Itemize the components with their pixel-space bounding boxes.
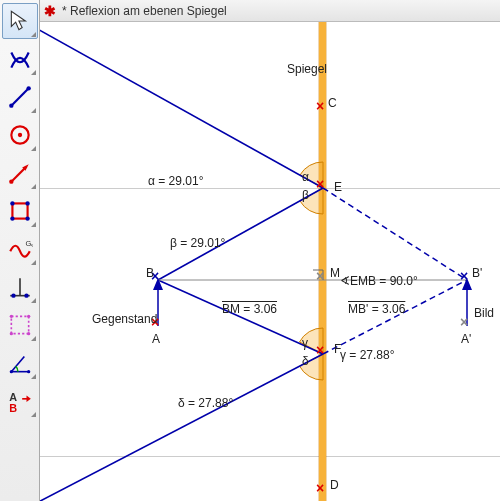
svg-point-25 <box>9 370 12 373</box>
svg-point-12 <box>25 216 29 220</box>
tool-polygon[interactable] <box>2 193 38 229</box>
svg-rect-8 <box>12 203 27 218</box>
ray-incoming-2 <box>40 354 323 501</box>
svg-point-20 <box>27 315 30 318</box>
svg-line-0 <box>11 88 28 105</box>
point-D[interactable]: × <box>318 487 328 497</box>
label-E: E <box>334 180 342 194</box>
tool-locus[interactable]: Gₑ <box>2 231 38 267</box>
label-gamma: γ = 27.88° <box>340 348 395 362</box>
tool-segment[interactable] <box>2 79 38 115</box>
label-beta: β = 29.01° <box>170 236 225 250</box>
axis-line-1 <box>40 188 500 189</box>
tool-circle[interactable] <box>2 117 38 153</box>
label-beta-sym: β <box>302 188 309 202</box>
drawing-canvas[interactable]: × × × × × × × × × Spiegel C E M F D B A … <box>40 22 500 501</box>
svg-point-10 <box>25 201 29 205</box>
window-title: * Reflexion am ebenen Spiegel <box>62 4 227 18</box>
label-gegenstand: Gegenstand <box>92 312 157 326</box>
ray-E-Bp <box>323 188 467 280</box>
label-spiegel: Spiegel <box>287 62 327 76</box>
label-bm: BM = 3.06 <box>222 302 277 316</box>
mirror-line[interactable] <box>319 22 326 501</box>
point-Bp[interactable]: × <box>462 275 472 285</box>
point-B[interactable]: × <box>153 275 163 285</box>
tool-perpendicular[interactable] <box>2 269 38 305</box>
tool-intersect[interactable] <box>2 41 38 77</box>
label-mbp: MB' = 3.06 <box>348 302 405 316</box>
tool-reflect[interactable]: AB <box>2 383 38 419</box>
svg-point-19 <box>9 315 12 318</box>
label-B: B <box>146 266 154 280</box>
svg-rect-18 <box>11 316 28 333</box>
ray-F-Bp <box>323 280 467 354</box>
label-delta: δ = 27.88° <box>178 396 233 410</box>
point-C[interactable]: × <box>318 105 328 115</box>
point-M[interactable]: × <box>318 275 328 285</box>
label-D: D <box>330 478 339 492</box>
label-alpha: α = 29.01° <box>148 174 203 188</box>
construction-overlay <box>40 22 500 501</box>
ray-B-F <box>158 280 323 354</box>
point-E[interactable]: × <box>318 183 328 193</box>
svg-point-11 <box>10 216 14 220</box>
title-bar: ✱ * Reflexion am ebenen Spiegel <box>40 0 500 22</box>
label-Ap: A' <box>461 332 471 346</box>
svg-point-17 <box>24 294 28 298</box>
point-F[interactable]: × <box>318 349 328 359</box>
svg-marker-30 <box>26 396 30 403</box>
tool-move[interactable] <box>2 3 38 39</box>
tool-angle[interactable] <box>2 345 38 381</box>
label-bild: Bild <box>474 306 494 320</box>
svg-point-16 <box>11 294 15 298</box>
svg-point-9 <box>10 201 14 205</box>
svg-point-1 <box>9 104 13 108</box>
ray-B-E <box>158 188 323 280</box>
toolbar: Gₑ AB <box>0 0 40 501</box>
svg-point-7 <box>9 180 13 184</box>
svg-text:Gₑ: Gₑ <box>25 239 33 248</box>
svg-text:B: B <box>9 402 17 414</box>
svg-point-26 <box>27 370 30 373</box>
svg-point-2 <box>26 86 30 90</box>
point-Ap[interactable]: × <box>462 321 472 331</box>
svg-point-22 <box>27 332 30 335</box>
axis-line-2 <box>40 456 500 457</box>
label-Bp: B' <box>472 266 482 280</box>
tool-vector[interactable] <box>2 155 38 191</box>
label-alpha-sym: α <box>302 170 309 184</box>
label-emb: ∢EMB = 90.0° <box>340 274 418 288</box>
label-gamma-sym: γ <box>302 336 308 350</box>
svg-point-21 <box>9 332 12 335</box>
tool-select-rect[interactable] <box>2 307 38 343</box>
ray-incoming-1 <box>40 22 323 188</box>
label-M: M <box>330 266 340 280</box>
svg-point-4 <box>17 133 21 137</box>
label-delta-sym: δ <box>302 354 309 368</box>
label-A: A <box>152 332 160 346</box>
app-icon: ✱ <box>44 3 56 19</box>
label-C: C <box>328 96 337 110</box>
